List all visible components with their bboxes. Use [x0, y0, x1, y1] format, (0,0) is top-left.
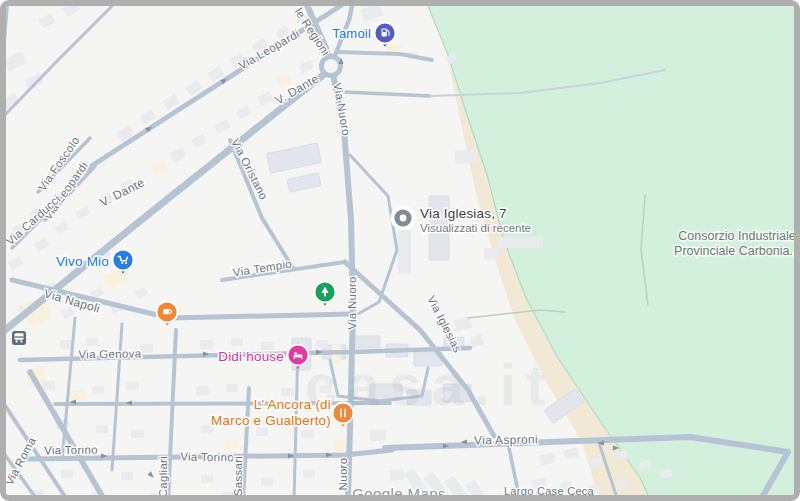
- building: [454, 149, 477, 164]
- building: [231, 338, 243, 347]
- building: [398, 230, 411, 274]
- building: [61, 470, 73, 479]
- street-label: Via Torino: [180, 451, 234, 464]
- building: [484, 248, 499, 259]
- building: [126, 382, 139, 391]
- building: [92, 386, 104, 395]
- street-label: Via Torino: [44, 444, 98, 457]
- building: [196, 386, 209, 396]
- building: [303, 470, 315, 479]
- street-label: Via Asproni: [474, 432, 538, 447]
- bus-stop-icon[interactable]: [12, 331, 27, 346]
- building: [370, 429, 387, 441]
- building: [86, 338, 98, 347]
- building: [261, 478, 273, 487]
- street-label: Via Nuoro: [346, 276, 358, 330]
- building: [301, 430, 314, 439]
- map-canvas[interactable]: le RegioniV. DanteVia LeopardiVia NuoroV…: [6, 6, 794, 495]
- building: [121, 472, 133, 481]
- building: [281, 388, 294, 397]
- building: [498, 237, 543, 248]
- building: [131, 430, 144, 439]
- street-label: Largo Case Ceca: [504, 485, 595, 495]
- poi-label-ancora[interactable]: Marco e Gualberto): [211, 413, 331, 428]
- street-label: Nuoro: [337, 458, 349, 491]
- building: [316, 340, 328, 349]
- google-maps-attribution[interactable]: Google Maps: [352, 485, 446, 495]
- street-label: Via Genova: [78, 347, 141, 360]
- building: [390, 469, 405, 480]
- building: [70, 390, 86, 402]
- building: [226, 384, 238, 393]
- building: [140, 344, 153, 354]
- poi-label-ancora[interactable]: L' Ancora (di: [254, 397, 331, 412]
- poi-label-vivo-mio[interactable]: Vivo Mio: [56, 254, 109, 269]
- building: [96, 425, 108, 434]
- street-label: Via Cagliari: [157, 456, 169, 495]
- poi-label-recent-place[interactable]: Via Iglesias, 7: [420, 206, 507, 221]
- building: [352, 336, 380, 348]
- area-label-consorzio: Consorzio Industriale: [678, 229, 794, 243]
- building: [256, 428, 268, 437]
- poi-label-didi-house[interactable]: Didi house: [218, 349, 284, 364]
- building: [42, 381, 55, 391]
- roundabout: [322, 57, 341, 76]
- building: [333, 440, 344, 453]
- area-label-consorzio: Provinciale Carbonia...: [674, 244, 794, 258]
- building: [225, 440, 238, 450]
- poi-label-tamoil[interactable]: Tamoil: [332, 26, 371, 41]
- map-frame: le RegioniV. DanteVia LeopardiVia NuoroV…: [0, 0, 800, 501]
- poi-sublabel-recent-place: Visualizzati di recente: [420, 222, 531, 234]
- street-label: Sassari: [232, 456, 244, 495]
- building: [201, 475, 213, 484]
- building: [200, 340, 214, 350]
